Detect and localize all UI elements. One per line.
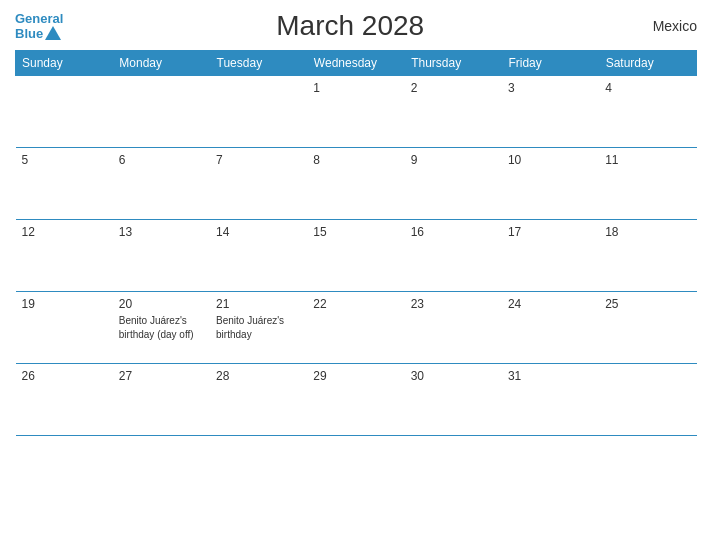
day-number: 7: [216, 153, 301, 167]
day-number: 20: [119, 297, 204, 311]
calendar: Sunday Monday Tuesday Wednesday Thursday…: [15, 50, 697, 436]
calendar-cell: 2: [405, 76, 502, 148]
calendar-cell: 20Benito Juárez's birthday (day off): [113, 292, 210, 364]
header-thursday: Thursday: [405, 51, 502, 76]
day-number: 27: [119, 369, 204, 383]
header-tuesday: Tuesday: [210, 51, 307, 76]
calendar-cell: [599, 364, 696, 436]
calendar-cell: 31: [502, 364, 599, 436]
day-number: 18: [605, 225, 690, 239]
day-number: 19: [22, 297, 107, 311]
day-number: 6: [119, 153, 204, 167]
day-number: 16: [411, 225, 496, 239]
header-saturday: Saturday: [599, 51, 696, 76]
calendar-cell: 10: [502, 148, 599, 220]
page: General Blue March 2028 Mexico Sunday Mo…: [0, 0, 712, 550]
calendar-cell: [113, 76, 210, 148]
calendar-cell: 16: [405, 220, 502, 292]
calendar-cell: 13: [113, 220, 210, 292]
calendar-cell: 17: [502, 220, 599, 292]
calendar-cell: 19: [16, 292, 113, 364]
day-number: 3: [508, 81, 593, 95]
day-number: 23: [411, 297, 496, 311]
day-number: 9: [411, 153, 496, 167]
calendar-cell: 4: [599, 76, 696, 148]
day-event: Benito Juárez's birthday (day off): [119, 315, 194, 340]
calendar-cell: 9: [405, 148, 502, 220]
calendar-cell: 12: [16, 220, 113, 292]
calendar-cell: 29: [307, 364, 404, 436]
day-number: 13: [119, 225, 204, 239]
day-number: 1: [313, 81, 398, 95]
calendar-cell: 26: [16, 364, 113, 436]
day-number: 24: [508, 297, 593, 311]
day-number: 28: [216, 369, 301, 383]
calendar-cell: 3: [502, 76, 599, 148]
day-number: 12: [22, 225, 107, 239]
calendar-cell: 5: [16, 148, 113, 220]
calendar-cell: 23: [405, 292, 502, 364]
header-monday: Monday: [113, 51, 210, 76]
day-number: 14: [216, 225, 301, 239]
header-friday: Friday: [502, 51, 599, 76]
day-headers-row: Sunday Monday Tuesday Wednesday Thursday…: [16, 51, 697, 76]
logo-triangle-icon: [45, 26, 61, 40]
calendar-cell: [16, 76, 113, 148]
day-number: 10: [508, 153, 593, 167]
calendar-cell: 27: [113, 364, 210, 436]
calendar-cell: 25: [599, 292, 696, 364]
day-number: 2: [411, 81, 496, 95]
calendar-cell: 11: [599, 148, 696, 220]
day-number: 17: [508, 225, 593, 239]
calendar-cell: 21Benito Juárez's birthday: [210, 292, 307, 364]
calendar-cell: 24: [502, 292, 599, 364]
calendar-week-0: 1234: [16, 76, 697, 148]
day-number: 25: [605, 297, 690, 311]
calendar-cell: 18: [599, 220, 696, 292]
country-label: Mexico: [637, 18, 697, 34]
calendar-cell: 15: [307, 220, 404, 292]
header-sunday: Sunday: [16, 51, 113, 76]
day-number: 15: [313, 225, 398, 239]
day-number: 8: [313, 153, 398, 167]
calendar-cell: 30: [405, 364, 502, 436]
logo-general: General: [15, 11, 63, 26]
day-number: 29: [313, 369, 398, 383]
calendar-header: Sunday Monday Tuesday Wednesday Thursday…: [16, 51, 697, 76]
calendar-cell: 6: [113, 148, 210, 220]
day-number: 30: [411, 369, 496, 383]
calendar-cell: 1: [307, 76, 404, 148]
day-number: 26: [22, 369, 107, 383]
calendar-week-4: 262728293031: [16, 364, 697, 436]
logo-blue: Blue: [15, 26, 43, 41]
logo: General Blue: [15, 11, 63, 42]
day-number: 11: [605, 153, 690, 167]
day-number: 22: [313, 297, 398, 311]
day-number: 21: [216, 297, 301, 311]
calendar-week-2: 12131415161718: [16, 220, 697, 292]
calendar-body: 1234567891011121314151617181920Benito Ju…: [16, 76, 697, 436]
calendar-cell: 22: [307, 292, 404, 364]
header-wednesday: Wednesday: [307, 51, 404, 76]
day-number: 4: [605, 81, 690, 95]
calendar-week-1: 567891011: [16, 148, 697, 220]
calendar-cell: 7: [210, 148, 307, 220]
day-number: 5: [22, 153, 107, 167]
calendar-cell: 14: [210, 220, 307, 292]
calendar-cell: 8: [307, 148, 404, 220]
page-title: March 2028: [63, 10, 637, 42]
header: General Blue March 2028 Mexico: [15, 10, 697, 42]
calendar-cell: [210, 76, 307, 148]
day-event: Benito Juárez's birthday: [216, 315, 284, 340]
calendar-week-3: 1920Benito Juárez's birthday (day off)21…: [16, 292, 697, 364]
calendar-cell: 28: [210, 364, 307, 436]
day-number: 31: [508, 369, 593, 383]
